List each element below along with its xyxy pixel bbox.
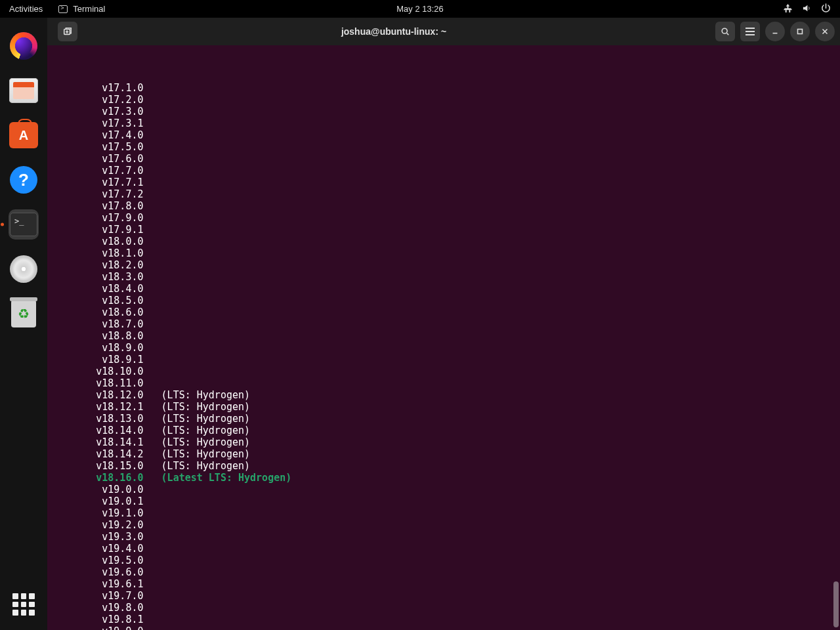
output-line: v17.1.0 <box>49 82 840 94</box>
firefox-icon <box>10 32 37 60</box>
output-line: v19.7.0 <box>49 590 840 602</box>
titlebar: joshua@ubuntu-linux: ~ <box>47 18 840 45</box>
dock-trash[interactable] <box>9 299 39 329</box>
output-line: v18.13.0 (LTS: Hydrogen) <box>49 413 840 425</box>
output-line: v17.7.0 <box>49 165 840 177</box>
window-title: joshua@ubuntu-linux: ~ <box>77 26 710 37</box>
dock-software[interactable] <box>9 120 39 150</box>
output-line: v18.15.0 (LTS: Hydrogen) <box>49 460 840 472</box>
clock[interactable]: May 2 13:26 <box>396 4 444 14</box>
dock-terminal[interactable] <box>9 209 39 240</box>
maximize-button[interactable] <box>790 22 810 41</box>
new-tab-button[interactable] <box>58 22 77 41</box>
output-line: v18.9.0 <box>49 342 840 354</box>
output-line: v17.2.0 <box>49 94 840 106</box>
show-applications-button[interactable] <box>12 593 35 616</box>
hamburger-menu-button[interactable] <box>740 22 760 41</box>
output-line: v17.4.0 <box>49 129 840 141</box>
terminal-output[interactable]: v17.1.0 v17.2.0 v17.3.0 v17.3.1 v17.4.0 … <box>47 45 840 630</box>
output-line: v17.3.1 <box>49 117 840 129</box>
output-line: v18.14.0 (LTS: Hydrogen) <box>49 425 840 436</box>
output-line: v18.7.0 <box>49 318 840 330</box>
output-line: v18.10.0 <box>49 366 840 377</box>
output-line: v17.7.1 <box>49 177 840 188</box>
output-line: v18.1.0 <box>49 247 840 259</box>
dock-firefox[interactable] <box>9 31 39 61</box>
volume-icon[interactable] <box>802 3 812 15</box>
output-line: v19.2.0 <box>49 519 840 531</box>
output-line: v18.12.1 (LTS: Hydrogen) <box>49 401 840 413</box>
output-line: v18.6.0 <box>49 306 840 318</box>
output-line: v19.4.0 <box>49 543 840 555</box>
scrollbar-thumb[interactable] <box>833 581 839 627</box>
dock: ? <box>0 18 47 630</box>
output-line: v17.9.1 <box>49 224 840 236</box>
output-line: v18.11.0 <box>49 377 840 389</box>
terminal-app-icon <box>10 213 37 236</box>
output-line: v18.4.0 <box>49 283 840 295</box>
network-icon[interactable] <box>783 3 793 15</box>
svg-rect-2 <box>798 30 803 34</box>
activities-button[interactable]: Activities <box>0 4 52 14</box>
power-icon[interactable] <box>821 3 831 15</box>
output-line: v19.1.0 <box>49 507 840 519</box>
disc-icon <box>10 255 37 283</box>
files-icon <box>9 78 38 103</box>
output-line: v19.3.0 <box>49 531 840 543</box>
output-line: v19.0.1 <box>49 495 840 507</box>
dock-disc[interactable] <box>9 254 39 284</box>
trash-icon <box>11 300 36 327</box>
output-line: v19.8.0 <box>49 602 840 614</box>
output-line: v17.9.0 <box>49 212 840 224</box>
software-icon <box>9 122 38 148</box>
help-icon: ? <box>10 166 37 194</box>
output-line: v17.8.0 <box>49 200 840 212</box>
dock-files[interactable] <box>9 75 39 106</box>
output-line: v18.2.0 <box>49 259 840 271</box>
terminal-icon <box>58 5 68 13</box>
output-line: v18.8.0 <box>49 330 840 342</box>
close-button[interactable] <box>815 22 835 41</box>
gnome-topbar: Activities Terminal May 2 13:26 <box>0 0 840 18</box>
output-line: v19.6.0 <box>49 566 840 578</box>
search-button[interactable] <box>715 22 735 41</box>
terminal-window: joshua@ubuntu-linux: ~ v17.1.0 v17.2.0 v… <box>47 18 840 630</box>
system-tray[interactable] <box>783 3 840 15</box>
output-line: v17.7.2 <box>49 188 840 200</box>
output-line: v18.14.1 (LTS: Hydrogen) <box>49 436 840 448</box>
output-line: v19.6.1 <box>49 578 840 590</box>
output-line: v18.3.0 <box>49 271 840 283</box>
svg-point-1 <box>722 28 727 33</box>
output-line: v19.0.0 <box>49 484 840 495</box>
output-line: v18.16.0 (Latest LTS: Hydrogen) <box>49 472 840 484</box>
output-line: v19.8.1 <box>49 614 840 625</box>
output-line: v17.5.0 <box>49 141 840 153</box>
output-line: v18.0.0 <box>49 236 840 247</box>
app-menu-label: Terminal <box>73 4 105 14</box>
output-line: v17.6.0 <box>49 153 840 165</box>
output-line: v19.9.0 <box>49 625 840 630</box>
dock-help[interactable]: ? <box>9 165 39 195</box>
output-line: v18.12.0 (LTS: Hydrogen) <box>49 389 840 401</box>
output-line: v18.5.0 <box>49 295 840 306</box>
output-line: v19.5.0 <box>49 555 840 566</box>
output-line: v17.3.0 <box>49 106 840 117</box>
app-menu[interactable]: Terminal <box>52 4 112 14</box>
output-line: v18.14.2 (LTS: Hydrogen) <box>49 448 840 460</box>
minimize-button[interactable] <box>765 22 785 41</box>
output-line: v18.9.1 <box>49 354 840 366</box>
